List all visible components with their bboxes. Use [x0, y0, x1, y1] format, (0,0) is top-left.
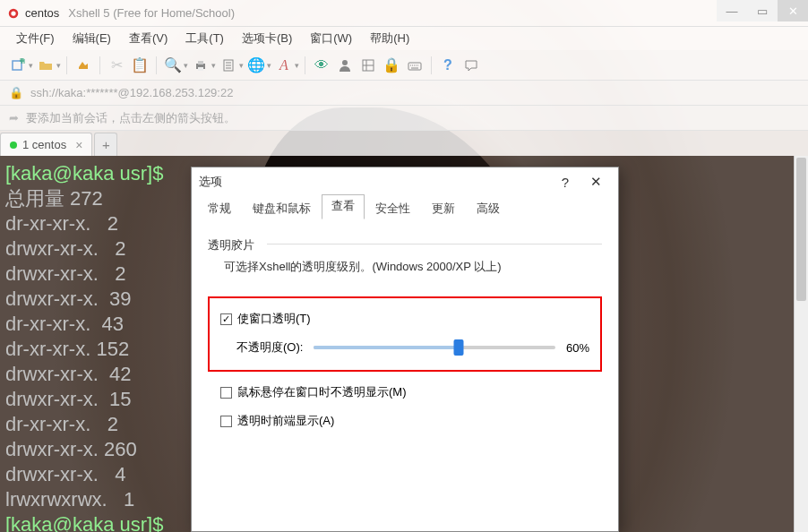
menu-edit[interactable]: 编辑(E) [65, 29, 118, 48]
menu-view[interactable]: 查看(V) [122, 29, 175, 48]
tab-close-icon[interactable]: × [75, 138, 82, 152]
dropdown-icon[interactable]: ▾ [29, 61, 33, 70]
enable-transparent-label: 使窗口透明(T) [237, 311, 311, 327]
open-session-icon[interactable] [35, 55, 56, 76]
dialog-tabs: 常规 键盘和鼠标 查看 安全性 更新 高级 [192, 196, 618, 221]
svg-rect-4 [198, 61, 203, 64]
tab-general[interactable]: 常规 [197, 196, 242, 221]
pin-icon[interactable]: ➦ [9, 111, 19, 124]
checkbox-unchecked-icon[interactable] [220, 416, 232, 427]
font-icon[interactable]: A [273, 55, 295, 76]
options-dialog: 选项 ? ✕ 常规 键盘和鼠标 查看 安全性 更新 高级 透明胶片 可选择Xsh… [191, 167, 619, 532]
info-text: 要添加当前会话，点击左侧的箭头按钮。 [26, 110, 236, 126]
menubar: 文件(F) 编辑(E) 查看(V) 工具(T) 选项卡(B) 窗口(W) 帮助(… [0, 27, 808, 50]
svg-rect-2 [13, 61, 21, 70]
chat-icon[interactable] [460, 55, 482, 76]
info-bar: ➦ 要添加当前会话，点击左侧的箭头按钮。 [0, 106, 808, 131]
dialog-help-button[interactable]: ? [550, 171, 580, 193]
transparency-desc: 可选择Xshell的透明度级别。(Windows 2000/XP 以上) [208, 259, 602, 275]
user-icon[interactable] [334, 55, 356, 76]
opacity-value: 60% [566, 341, 589, 355]
dialog-titlebar: 选项 ? ✕ [192, 167, 618, 196]
menu-window[interactable]: 窗口(W) [303, 29, 359, 48]
minimize-button[interactable]: — [717, 0, 747, 21]
svg-point-7 [342, 60, 348, 65]
checkbox-checked-icon[interactable]: ✓ [220, 313, 232, 325]
tab-view[interactable]: 查看 [322, 194, 365, 219]
app-title: centos [25, 6, 59, 20]
svg-point-1 [11, 11, 15, 15]
front-display-label: 透明时前端显示(A) [237, 413, 334, 429]
enable-transparent-row[interactable]: ✓ 使窗口透明(T) [220, 311, 589, 327]
maximize-button[interactable]: ▭ [747, 0, 778, 21]
menu-tabs[interactable]: 选项卡(B) [235, 29, 299, 48]
mouse-hover-label: 鼠标悬停在窗口时不透明显示(M) [237, 384, 407, 400]
opacity-slider[interactable] [314, 346, 555, 349]
menu-file[interactable]: 文件(F) [9, 29, 62, 48]
find-icon[interactable]: 🔍 [162, 55, 184, 76]
properties-icon[interactable] [218, 55, 239, 76]
tab-strip: 1 centos × + [0, 131, 808, 156]
print-icon[interactable] [190, 55, 211, 76]
expand-icon[interactable] [357, 55, 379, 76]
reconnect-icon[interactable] [73, 55, 94, 76]
new-tab-button[interactable]: + [94, 133, 117, 156]
dropdown-icon[interactable]: ▾ [211, 61, 216, 70]
dropdown-icon[interactable]: ▾ [295, 61, 299, 70]
section-heading-transparency: 透明胶片 [208, 237, 254, 253]
lock-icon: 🔒 [9, 86, 23, 99]
checkbox-unchecked-icon[interactable] [220, 387, 232, 399]
window-titlebar: centos Xshell 5 (Free for Home/School) —… [0, 0, 808, 27]
keyboard-icon[interactable] [404, 55, 425, 76]
tab-security[interactable]: 安全性 [365, 196, 421, 221]
svg-rect-5 [198, 67, 203, 71]
tab-label: 1 centos [22, 138, 66, 151]
highlighted-options-box: ✓ 使窗口透明(T) 不透明度(O): 60% [208, 296, 602, 372]
dropdown-icon[interactable]: ▾ [184, 61, 188, 70]
slider-thumb-icon[interactable] [454, 339, 464, 356]
tab-update[interactable]: 更新 [421, 196, 466, 221]
mouse-hover-row[interactable]: 鼠标悬停在窗口时不透明显示(M) [220, 384, 589, 400]
address-text[interactable]: ssh://kaka:*******@192.168.253.129:22 [30, 86, 233, 99]
globe-icon[interactable]: 🌐 [245, 55, 267, 76]
help-icon[interactable]: ? [437, 55, 459, 76]
dropdown-icon[interactable]: ▾ [239, 61, 244, 70]
menu-tools[interactable]: 工具(T) [178, 29, 231, 48]
lock-icon[interactable]: 🔒 [381, 55, 402, 76]
new-session-icon[interactable] [7, 55, 29, 76]
svg-rect-9 [408, 63, 421, 70]
dialog-close-button[interactable]: ✕ [580, 171, 611, 193]
dropdown-icon[interactable]: ▾ [56, 61, 61, 70]
menu-help[interactable]: 帮助(H) [363, 29, 417, 48]
eye-icon[interactable]: 👁 [311, 55, 332, 76]
dropdown-icon[interactable]: ▾ [267, 61, 271, 70]
front-display-row[interactable]: 透明时前端显示(A) [220, 413, 589, 429]
copy-icon[interactable]: ✂ [106, 55, 127, 76]
opacity-label: 不透明度(O): [236, 339, 303, 356]
dialog-title: 选项 [199, 174, 222, 190]
tab-keyboard-mouse[interactable]: 键盘和鼠标 [242, 196, 322, 221]
status-dot-icon [10, 142, 17, 149]
app-logo-icon [7, 7, 20, 20]
app-subtitle: Xshell 5 (Free for Home/School) [68, 6, 235, 20]
close-button[interactable]: ✕ [778, 0, 808, 21]
vertical-scrollbar[interactable] [794, 156, 808, 532]
tab-advanced[interactable]: 高级 [466, 196, 511, 221]
session-tab[interactable]: 1 centos × [0, 133, 92, 156]
toolbar: ▾ ▾ ✂ 📋 🔍▾ ▾ ▾ 🌐▾ A▾ 👁 🔒 ? [0, 50, 808, 81]
paste-icon[interactable]: 📋 [129, 55, 150, 76]
address-bar: 🔒 ssh://kaka:*******@192.168.253.129:22 [0, 81, 808, 106]
